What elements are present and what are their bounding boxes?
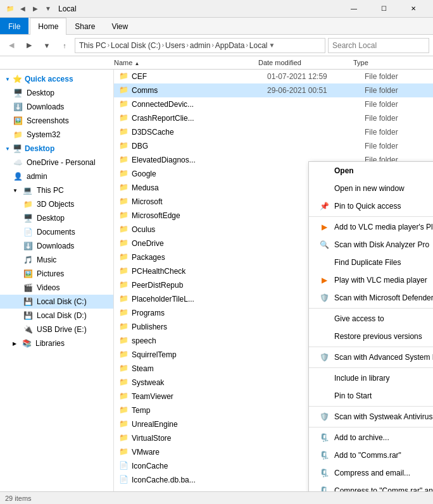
sidebar-item-desktop-2[interactable]: 🖥️ Desktop: [0, 211, 113, 225]
sidebar-item-label: Downloads: [37, 242, 108, 250]
ctx-pin-start[interactable]: Pin to Start: [309, 387, 433, 405]
search-box[interactable]: [328, 38, 429, 53]
sidebar-item-screenshots[interactable]: 🖼️ Screenshots: [0, 114, 113, 128]
downloads-icon: ⬇️: [13, 102, 23, 112]
col-header-type[interactable]: Type: [348, 59, 411, 66]
ctx-open-new-window[interactable]: Open in new window: [309, 180, 433, 197]
ctx-open[interactable]: Open: [309, 162, 433, 180]
file-icon: 📄: [119, 475, 129, 485]
sidebar-item-label: USB Drive (E:): [37, 325, 108, 334]
sidebar-header-desktop[interactable]: ▼ 🖥️ Desktop: [0, 142, 113, 156]
recent-locations-button[interactable]: ▼: [39, 38, 54, 53]
ctx-separator-6: [309, 427, 433, 427]
ctx-restore-versions[interactable]: Restore previous versions: [309, 328, 433, 345]
sidebar-item-3d-objects[interactable]: 📁 3D Objects: [0, 197, 113, 211]
forward-button[interactable]: ▶: [22, 38, 37, 53]
col-header-name[interactable]: Name ▲: [114, 59, 253, 66]
sidebar-item-pictures[interactable]: 🖼️ Pictures: [0, 267, 113, 281]
close-button[interactable]: ✕: [399, 0, 428, 18]
breadcrumb-appdata[interactable]: AppData: [215, 41, 245, 50]
file-name: MicrosoftEdge: [132, 211, 265, 220]
ctx-defender-scan[interactable]: 🛡️ Scan with Microsoft Defender...: [309, 289, 433, 307]
ctx-compress-email[interactable]: 🗜️ Compress and email...: [309, 464, 433, 482]
breadcrumb-users[interactable]: Users: [165, 41, 185, 50]
sidebar: ▼ ⭐ Quick access 🖥️ Desktop ⬇️ Downloads…: [0, 70, 114, 491]
sidebar-item-label: Pictures: [37, 269, 108, 278]
sidebar-item-libraries[interactable]: ▶ 📚 Libraries: [0, 336, 113, 350]
minimize-button[interactable]: —: [339, 0, 368, 18]
sidebar-item-music[interactable]: 🎵 Music: [0, 253, 113, 267]
sidebar-item-system32[interactable]: 📁 System32: [0, 128, 113, 142]
sidebar-item-admin[interactable]: 👤 admin: [0, 169, 113, 183]
duplicates-icon: [319, 257, 329, 267]
tab-share[interactable]: Share: [66, 18, 103, 34]
file-item-crashreport[interactable]: 📁 CrashReportClie... File folder: [114, 111, 433, 125]
ctx-disk-analyzer[interactable]: 🔍 Scan with Disk Analyzer Pro: [309, 236, 433, 254]
ctx-add-archive[interactable]: 🗜️ Add to archive...: [309, 429, 433, 446]
sidebar-item-videos[interactable]: 🎬 Videos: [0, 281, 113, 295]
title-bar-nav-icon: 📁: [5, 4, 15, 14]
sidebar-item-local-disk-d[interactable]: 💾 Local Disk (D:): [0, 309, 113, 323]
ctx-compress-comms-email[interactable]: 🗜️ Compress to "Comms.rar" and email: [309, 482, 433, 491]
sidebar-header-quick-access[interactable]: ▼ ⭐ Quick access: [0, 72, 113, 86]
folder-icon: 📁: [119, 280, 129, 290]
sidebar-item-label: Documents: [37, 228, 108, 237]
open-icon: [319, 166, 329, 176]
sidebar-item-downloads-1[interactable]: ⬇️ Downloads: [0, 100, 113, 114]
file-item-d3dscache[interactable]: 📁 D3DSCache File folder: [114, 125, 433, 139]
sidebar-item-local-disk-c[interactable]: 💾 Local Disk (C:): [0, 295, 113, 309]
file-item-cef[interactable]: 📁 CEF 01-07-2021 12:59 File folder: [114, 70, 433, 83]
disk-analyzer-icon: 🔍: [319, 240, 329, 250]
drive-icon: 💾: [23, 297, 33, 307]
folder-icon: 📁: [119, 378, 129, 388]
ctx-find-duplicates[interactable]: Find Duplicate Files: [309, 254, 433, 271]
ctx-vlc-playlist[interactable]: ▶ Add to VLC media player's Playlist: [309, 218, 433, 236]
tab-file[interactable]: File: [0, 18, 28, 34]
ctx-compress-email-label: Compress and email...: [334, 469, 410, 477]
folder-icon: 📁: [119, 419, 129, 429]
breadcrumb[interactable]: This PC › Local Disk (C:) › Users › admi…: [75, 38, 325, 53]
maximize-button[interactable]: ☐: [369, 0, 398, 18]
file-name: PlaceholderTileL...: [132, 295, 265, 304]
file-item-dbg[interactable]: 📁 DBG File folder: [114, 139, 433, 153]
ctx-separator-5: [309, 406, 433, 407]
tab-view[interactable]: View: [103, 18, 136, 34]
folder-icon: 📁: [119, 252, 129, 262]
file-name: UnrealEngine: [132, 420, 265, 429]
folder-icon: 📁: [119, 322, 129, 332]
sidebar-item-downloads-2[interactable]: ⬇️ Downloads: [0, 239, 113, 253]
file-item-comms[interactable]: 📁 Comms 29-06-2021 00:51 File folder: [114, 83, 433, 97]
sidebar-item-desktop-1[interactable]: 🖥️ Desktop: [0, 86, 113, 100]
breadcrumb-local[interactable]: Local: [249, 41, 268, 50]
sidebar-item-this-pc[interactable]: ▼ 💻 This PC: [0, 183, 113, 197]
col-header-date[interactable]: Date modified: [253, 59, 348, 66]
ctx-systweak-antivirus[interactable]: 🛡️ Scan with Systweak Antivirus: [309, 408, 433, 426]
ctx-pin-quick-access[interactable]: 📌 Pin to Quick access: [309, 197, 433, 215]
ctx-vlc-play[interactable]: ▶ Play with VLC media player: [309, 271, 433, 289]
ctx-include-library[interactable]: Include in library ▶: [309, 369, 433, 387]
title-bar-dropdown-icon[interactable]: ▼: [43, 4, 53, 14]
ctx-give-access[interactable]: Give access to ▶: [309, 310, 433, 328]
ctx-add-comms-rar[interactable]: 🗜️ Add to "Comms.rar": [309, 446, 433, 464]
breadcrumb-admin[interactable]: admin: [190, 41, 211, 50]
search-input[interactable]: [332, 41, 425, 50]
folder-icon: 📁: [119, 127, 129, 137]
file-name: VMware: [132, 448, 265, 457]
breadcrumb-this-pc[interactable]: This PC: [79, 41, 106, 50]
address-bar: ◀ ▶ ▼ ↑ This PC › Local Disk (C:) › User…: [0, 35, 433, 56]
ctx-advanced-protector[interactable]: 🛡️ Scan with Advanced System Protector: [309, 348, 433, 366]
file-item-connected[interactable]: 📁 ConnectedDevic... File folder: [114, 97, 433, 111]
up-button[interactable]: ↑: [57, 38, 72, 53]
folder-icon: 📁: [119, 99, 129, 109]
breadcrumb-local-disk[interactable]: Local Disk (C:): [111, 41, 161, 50]
ctx-include-library-label: Include in library: [334, 374, 389, 383]
back-button[interactable]: ◀: [4, 38, 19, 53]
title-bar-back-icon[interactable]: ◀: [18, 4, 28, 14]
sidebar-item-documents[interactable]: 📄 Documents: [0, 225, 113, 239]
sidebar-item-usb-drive[interactable]: 🔌 USB Drive (E:): [0, 323, 113, 336]
ctx-give-access-label: Give access to: [334, 314, 384, 323]
sidebar-item-onedrive[interactable]: ☁️ OneDrive - Personal: [0, 156, 113, 169]
file-list: 📁 CEF 01-07-2021 12:59 File folder 📁 Com…: [114, 70, 433, 491]
title-bar-forward-icon[interactable]: ▶: [30, 4, 41, 14]
tab-home[interactable]: Home: [30, 18, 66, 35]
